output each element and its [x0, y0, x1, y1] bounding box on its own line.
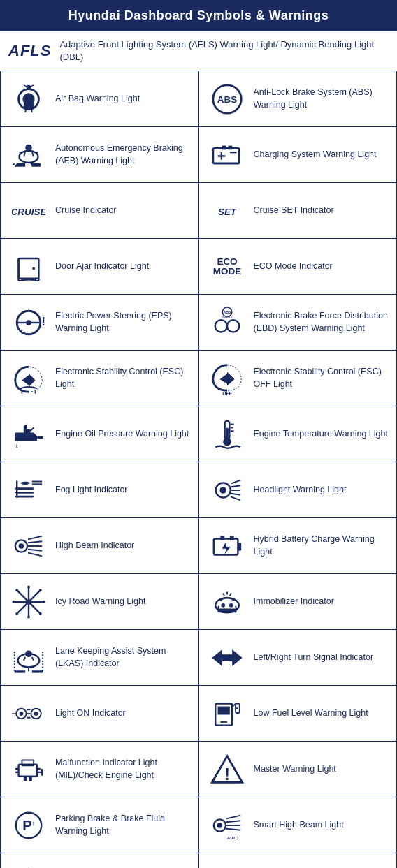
grid-cell-turn-signal: Left/Right Turn Signal Indicator [199, 630, 398, 686]
label-engine-oil: Engine Oil Pressure Warning Light [55, 428, 192, 441]
svg-text:AUTO: AUTO [227, 836, 239, 840]
grid-cell-esc-off: OFF Electronic Stability Control (ESC) O… [199, 351, 398, 406]
svg-point-100 [221, 603, 225, 608]
icon-cruise-set: SET [206, 194, 248, 228]
svg-rect-20 [212, 148, 238, 163]
label-master-warning: Master Warning Light [254, 763, 390, 776]
label-icy-road: Icy Road Warning Light [55, 596, 192, 608]
svg-point-55 [223, 438, 231, 446]
grid-cell-highbeam: High Beam Indicator [1, 518, 199, 574]
icon-smart-highbeam: AUTO [206, 809, 248, 842]
svg-rect-50 [37, 436, 43, 439]
grid-cell-sport: SPORT SPORT Mode Indicator [199, 853, 398, 868]
icon-headlight [206, 473, 248, 507]
icon-eco-mode: ECOMODE [206, 250, 248, 284]
svg-point-96 [39, 589, 42, 591]
svg-point-121 [34, 712, 38, 716]
svg-line-145 [226, 815, 240, 818]
svg-line-68 [231, 485, 240, 487]
svg-point-97 [15, 612, 18, 615]
icon-charging [206, 138, 248, 172]
label-lkas: Lane Keeping Assist System (LKAS) Indica… [55, 645, 192, 670]
svg-rect-129 [19, 765, 37, 777]
icon-aeb [8, 138, 50, 172]
grid-cell-headlight: Headlight Warning Light [199, 462, 398, 518]
label-highbeam: High Beam Indicator [55, 540, 192, 552]
svg-line-7 [25, 108, 26, 112]
svg-text:!: ! [224, 765, 230, 784]
icon-esc [8, 362, 50, 395]
grid-cell-engine-temp: Engine Temperature Warning Light [199, 406, 398, 462]
icon-engine-oil [8, 418, 50, 451]
svg-text:CRUISE: CRUISE [12, 207, 45, 217]
svg-line-75 [28, 536, 42, 539]
icon-highbeam [8, 529, 50, 563]
svg-point-95 [39, 612, 42, 615]
label-abs: Anti-Lock Brake System (ABS) Warning Lig… [254, 87, 390, 111]
svg-marker-83 [222, 543, 230, 554]
grid-cell-light-on: Light ON Indicator [1, 686, 199, 742]
svg-line-67 [231, 480, 240, 483]
label-cruise-set: Cruise SET Indicator [254, 205, 390, 217]
svg-text:SET: SET [217, 207, 237, 217]
svg-text:ECO: ECO [217, 256, 237, 267]
svg-rect-63 [15, 496, 34, 498]
label-hybrid-battery: Hybrid Battery Charge Warning Light [254, 534, 390, 558]
svg-text:!: ! [41, 314, 45, 328]
svg-point-93 [43, 601, 45, 603]
label-fog: Fog Light Indicator [55, 484, 192, 496]
svg-text:ABS: ABS [223, 309, 231, 314]
icon-seatbelt [8, 865, 50, 868]
grid-cell-immobilizer: Immobilizer Indicator [199, 574, 398, 630]
grid-cell-eps: ! Electric Power Steering (EPS) Warning … [1, 295, 199, 351]
svg-line-108 [32, 657, 34, 661]
label-ebd: Electronic Brake Force Distribution (EBD… [254, 310, 390, 334]
svg-line-78 [28, 550, 42, 551]
icon-door-ajar [8, 250, 50, 284]
svg-line-148 [226, 829, 240, 830]
svg-line-70 [231, 494, 240, 495]
label-eco-mode: ECO Mode Indicator [254, 260, 390, 273]
svg-line-104 [229, 593, 231, 596]
icon-immobilizer [206, 585, 248, 619]
svg-marker-113 [32, 670, 43, 672]
grid-cell-ebd: ABSBRAKE Electronic Brake Force Distribu… [199, 295, 398, 351]
svg-rect-6 [24, 103, 34, 109]
svg-point-30 [32, 267, 35, 270]
svg-text:MODE: MODE [212, 266, 240, 277]
svg-rect-62 [15, 492, 34, 494]
label-parking-brake: Parking Brake & Brake Fluid Warning Ligh… [55, 813, 192, 837]
svg-point-42 [215, 320, 226, 332]
svg-rect-136 [24, 776, 27, 781]
grid-cell-hybrid-battery: Hybrid Battery Charge Warning Light [199, 518, 398, 574]
grid-cell-eco-mode: ECOMODE ECO Mode Indicator [199, 239, 398, 295]
svg-text:!: ! [33, 821, 34, 826]
svg-marker-114 [212, 649, 242, 666]
svg-point-43 [227, 320, 239, 332]
grid-cell-aeb: Autonomous Emergency Braking (AEB) Warni… [1, 127, 199, 183]
svg-point-12 [25, 145, 32, 152]
label-charging: Charging System Warning Light [254, 149, 390, 161]
svg-line-107 [24, 657, 25, 661]
svg-rect-124 [217, 706, 229, 714]
svg-line-79 [28, 552, 42, 556]
afls-description: Adaptive Front Lighting System (AFLS) Wa… [59, 38, 389, 64]
svg-rect-137 [29, 776, 32, 781]
label-smart-highbeam: Smart High Beam Light [254, 819, 390, 832]
label-door-ajar: Door Ajar Indicator Light [55, 260, 192, 273]
icon-parking-brake: P! [8, 809, 50, 842]
label-turn-signal: Left/Right Turn Signal Indicator [254, 652, 390, 664]
icon-lkas [8, 641, 50, 675]
label-aeb: Autonomous Emergency Braking (AEB) Warni… [55, 142, 192, 167]
grid-cell-cruise-set: SET Cruise SET Indicator [199, 183, 398, 239]
grid-cell-air-bag: Air Bag Warning Light [1, 71, 199, 127]
icon-mil [8, 753, 50, 786]
icon-sport: SPORT [206, 865, 248, 868]
svg-point-101 [229, 603, 233, 608]
svg-rect-99 [217, 609, 236, 612]
svg-point-74 [19, 543, 24, 549]
label-esc: Electronic Stability Control (ESC) Light [55, 366, 192, 390]
icon-fog [8, 473, 50, 507]
svg-marker-112 [15, 670, 25, 672]
svg-rect-54 [226, 427, 229, 439]
